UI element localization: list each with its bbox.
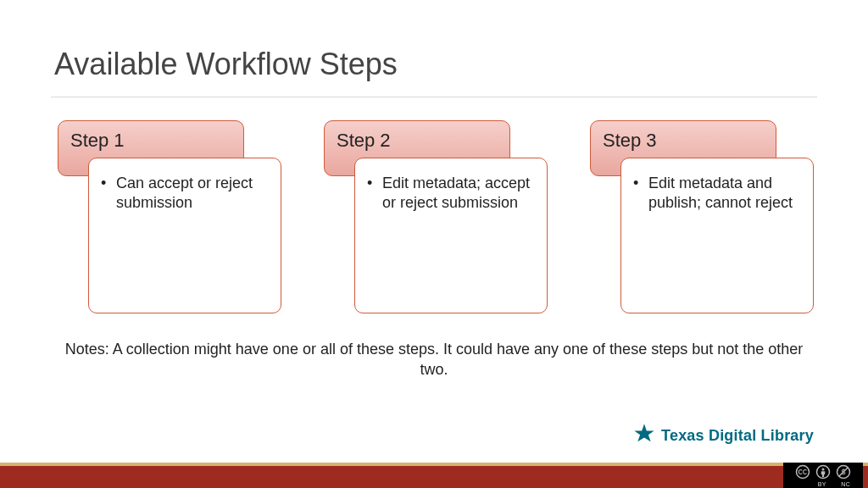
step-desc: Edit metadata and publish; cannot reject <box>645 174 801 212</box>
steps-row: Step 1 Can accept or reject submission S… <box>58 120 814 313</box>
slide: Available Workflow Steps Step 1 Can acce… <box>0 0 868 488</box>
notes-text: Notes: A collection might have one or al… <box>51 339 817 380</box>
step-body: Edit metadata; accept or reject submissi… <box>354 158 548 313</box>
title-divider <box>51 97 817 97</box>
svg-point-2 <box>822 469 825 471</box>
step-body: Edit metadata and publish; cannot reject <box>620 158 814 313</box>
by-icon <box>815 464 831 480</box>
star-icon <box>632 422 656 449</box>
cc-nc-label: NC <box>841 481 850 487</box>
page-title: Available Workflow Steps <box>54 47 398 82</box>
step-desc: Can accept or reject submission <box>113 174 269 212</box>
footer-band <box>0 463 868 488</box>
brand-logo: Texas Digital Library <box>632 422 814 449</box>
svg-point-0 <box>797 466 810 479</box>
cc-labels: BY NC <box>783 481 863 487</box>
step-card-2: Step 2 Edit metadata; accept or reject s… <box>324 120 548 313</box>
step-card-1: Step 1 Can accept or reject submission <box>58 120 281 313</box>
cc-icon <box>795 464 810 480</box>
step-body: Can accept or reject submission <box>88 158 281 313</box>
step-card-3: Step 3 Edit metadata and publish; cannot… <box>590 120 814 313</box>
brand-text: Texas Digital Library <box>661 427 814 445</box>
step-desc: Edit metadata; accept or reject submissi… <box>379 174 535 212</box>
cc-by-label: BY <box>818 481 826 487</box>
nc-icon: $ <box>836 464 851 480</box>
